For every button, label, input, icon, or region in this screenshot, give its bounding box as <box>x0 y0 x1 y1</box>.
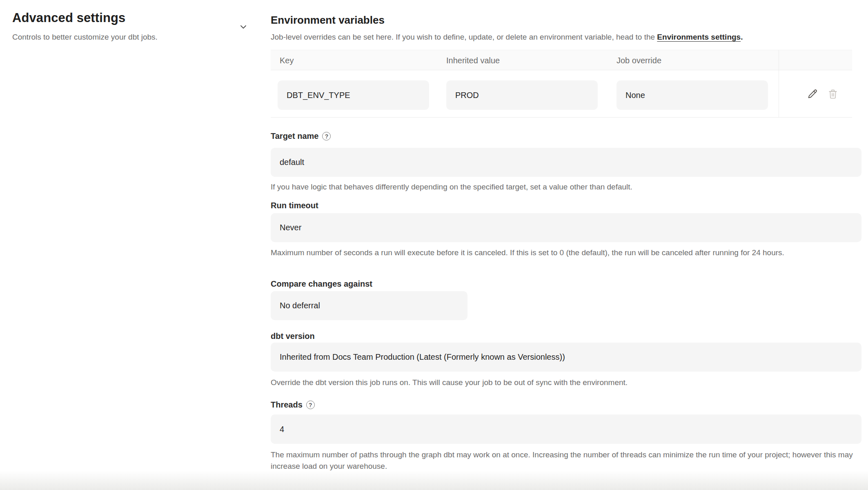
column-header-job-override: Job override <box>617 50 661 71</box>
threads-label-text: Threads <box>271 400 303 410</box>
env-var-key-field[interactable]: DBT_ENV_TYPE <box>278 80 429 110</box>
run-timeout-input[interactable]: Never <box>271 213 861 242</box>
page-title: Advanced settings <box>12 11 233 25</box>
column-header-inherited-value: Inherited value <box>446 50 500 71</box>
trash-icon <box>827 88 839 100</box>
env-vars-description-period: . <box>741 33 743 41</box>
chevron-down-icon <box>239 22 248 31</box>
run-timeout-value: Never <box>280 223 301 232</box>
compare-changes-label: Compare changes against <box>271 279 372 289</box>
threads-label: Threads ? <box>271 400 315 410</box>
threads-helper: The maximum number of paths through the … <box>271 449 861 472</box>
compare-changes-label-text: Compare changes against <box>271 279 372 289</box>
help-icon[interactable]: ? <box>306 401 315 409</box>
advanced-settings-page: Advanced settings Controls to better cus… <box>0 0 868 490</box>
env-vars-description-text: Job-level overrides can be set here. If … <box>271 33 657 41</box>
env-var-inherited-value-field[interactable]: PROD <box>446 80 598 110</box>
environments-settings-link[interactable]: Environments settings <box>657 33 741 41</box>
target-name-input[interactable]: default <box>271 148 861 177</box>
env-vars-table-header: Key Inherited value Job override <box>271 50 852 70</box>
dbt-version-label-text: dbt version <box>271 332 315 341</box>
column-header-key: Key <box>280 50 294 71</box>
help-icon[interactable]: ? <box>322 132 331 140</box>
compare-changes-value: No deferral <box>280 301 320 310</box>
env-var-job-override-value: None <box>625 91 645 100</box>
env-var-key-value: DBT_ENV_TYPE <box>287 91 350 100</box>
threads-input[interactable]: 4 <box>271 414 861 444</box>
threads-value: 4 <box>280 425 284 434</box>
target-name-helper: If you have logic that behaves different… <box>271 181 861 193</box>
edit-env-var-button[interactable] <box>806 87 819 101</box>
dbt-version-helper: Override the dbt version this job runs o… <box>271 377 861 388</box>
table-row: DBT_ENV_TYPE PROD None <box>271 70 852 118</box>
target-name-label: Target name ? <box>271 131 331 141</box>
target-name-label-text: Target name <box>271 131 318 141</box>
dbt-version-label: dbt version <box>271 332 315 341</box>
page-subtitle: Controls to better customize your dbt jo… <box>12 33 233 42</box>
delete-env-var-button[interactable] <box>826 87 840 101</box>
advanced-settings-form: Environment variables Job-level override… <box>271 0 861 490</box>
row-actions <box>806 70 852 118</box>
target-name-value: default <box>280 158 304 167</box>
env-vars-title: Environment variables <box>271 14 385 27</box>
table-actions-divider <box>779 50 779 118</box>
settings-section-header: Advanced settings Controls to better cus… <box>12 11 233 42</box>
dbt-version-input[interactable]: Inherited from Docs Team Production (Lat… <box>271 343 861 372</box>
edit-icon <box>806 88 819 100</box>
env-vars-description: Job-level overrides can be set here. If … <box>271 33 861 42</box>
run-timeout-helper: Maximum number of seconds a run will exe… <box>271 247 861 258</box>
run-timeout-label: Run timeout <box>271 201 318 210</box>
env-var-job-override-field[interactable]: None <box>617 80 768 110</box>
dbt-version-value: Inherited from Docs Team Production (Lat… <box>280 352 565 362</box>
env-vars-table: Key Inherited value Job override DBT_ENV… <box>271 50 852 118</box>
env-var-inherited-value: PROD <box>455 91 479 100</box>
compare-changes-input[interactable]: No deferral <box>271 291 467 320</box>
collapse-section-button[interactable] <box>236 20 251 34</box>
run-timeout-label-text: Run timeout <box>271 201 318 210</box>
